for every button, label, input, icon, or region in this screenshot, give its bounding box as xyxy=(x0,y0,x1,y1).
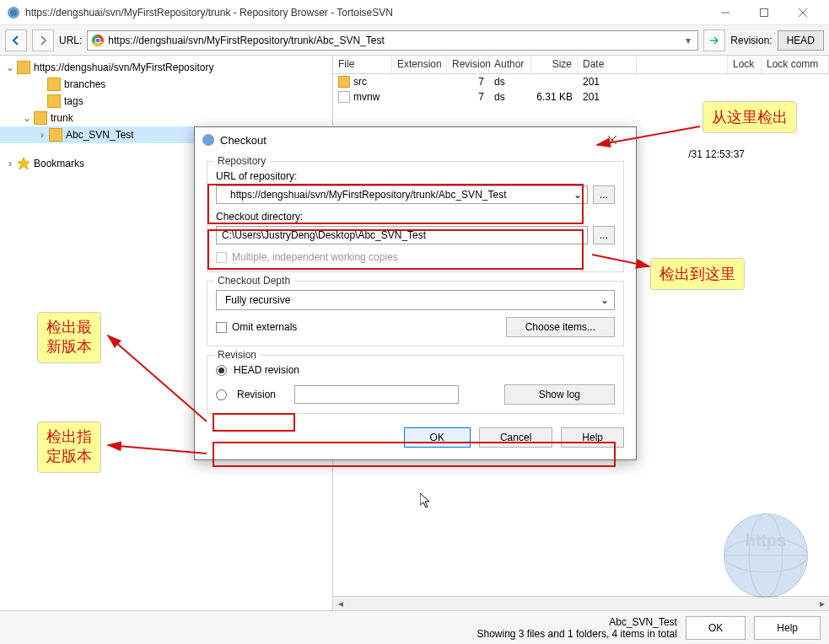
cursor-icon xyxy=(420,493,433,510)
repo-url-input[interactable]: https://dengshuai/svn/MyFirstRepository/… xyxy=(216,185,588,204)
url-label: URL: xyxy=(59,35,82,46)
url-input-field[interactable] xyxy=(108,35,682,46)
folder-icon xyxy=(34,111,47,125)
checkout-dialog: Checkout Repository URL of repository: h… xyxy=(194,126,637,460)
chevron-down-icon[interactable]: ⌄ xyxy=(3,62,17,73)
dropdown-icon[interactable]: ⌄ xyxy=(573,189,582,201)
chrome-icon xyxy=(91,34,105,47)
col-lock-comment[interactable]: Lock comm xyxy=(762,56,829,73)
col-revision[interactable]: Revision xyxy=(447,56,489,73)
url-of-repo-label: URL of repository: xyxy=(216,170,615,182)
tree-label: https://dengshuai/svn/MyFirstRepository xyxy=(34,62,213,73)
scroll-right-icon[interactable]: ▸ xyxy=(815,597,829,611)
svg-text:https: https xyxy=(746,531,786,550)
depth-select[interactable]: Fully recursive ⌄ xyxy=(216,290,615,310)
chevron-down-icon[interactable]: ⌄ xyxy=(20,112,34,124)
ok-button[interactable]: OK xyxy=(404,427,471,448)
tree-node-branches[interactable]: branches xyxy=(0,76,332,93)
statusbar-ok-button[interactable]: OK xyxy=(686,616,746,640)
go-button[interactable] xyxy=(703,30,725,51)
window-titlebar: https://dengshuai/svn/MyFirstRepository/… xyxy=(0,0,829,25)
head-revision-label: HEAD revision xyxy=(234,364,299,376)
group-label: Checkout Depth xyxy=(214,275,293,287)
svg-point-8 xyxy=(95,38,100,43)
omit-externals-checkbox[interactable] xyxy=(216,322,227,333)
folder-icon xyxy=(338,76,350,88)
checkout-depth-group: Checkout Depth Fully recursive ⌄ Omit ex… xyxy=(207,281,624,346)
annotation: 检出到这里 xyxy=(650,258,745,290)
dialog-title: Checkout xyxy=(220,134,595,147)
revision-number-input[interactable] xyxy=(294,385,459,404)
repository-group: Repository URL of repository: https://de… xyxy=(207,161,624,272)
https-globe-watermark: https xyxy=(719,509,812,602)
tree-label: branches xyxy=(64,78,105,90)
revision-radio-label: Revision xyxy=(237,389,284,400)
statusbar-help-button[interactable]: Help xyxy=(754,616,821,640)
group-label: Revision xyxy=(214,349,260,361)
group-label: Repository xyxy=(214,155,269,167)
scroll-left-icon[interactable]: ◂ xyxy=(333,597,347,611)
omit-externals-label: Omit externals xyxy=(232,321,297,333)
annotation: 检出指定版本 xyxy=(37,421,101,473)
col-author[interactable]: Author xyxy=(489,56,531,73)
close-button[interactable] xyxy=(783,0,822,25)
minimize-button[interactable] xyxy=(706,0,745,25)
status-text: Abc_SVN_Test Showing 3 files and 1 folde… xyxy=(8,616,677,640)
dialog-titlebar: Checkout xyxy=(195,127,636,153)
tree-label: trunk xyxy=(51,112,73,124)
tree-label: Abc_SVN_Test xyxy=(66,129,134,141)
svg-point-14 xyxy=(202,134,214,146)
folder-icon xyxy=(47,78,61,91)
url-dropdown-icon[interactable]: ▾ xyxy=(682,35,694,46)
back-button[interactable] xyxy=(5,30,27,51)
show-log-button[interactable]: Show log xyxy=(504,384,615,405)
revision-label: Revision: xyxy=(730,35,772,46)
help-button[interactable]: Help xyxy=(561,427,624,448)
partial-date: /31 12:53:37 xyxy=(688,148,745,160)
revision-radio[interactable] xyxy=(216,389,227,400)
cancel-button[interactable]: Cancel xyxy=(479,427,552,448)
statusbar: Abc_SVN_Test Showing 3 files and 1 folde… xyxy=(0,610,829,644)
chevron-right-icon[interactable]: › xyxy=(3,158,17,169)
folder-icon xyxy=(49,128,62,142)
col-date[interactable]: Date xyxy=(578,56,637,73)
list-row[interactable]: src 7 ds 201 xyxy=(333,74,829,89)
multiple-copies-label: Multiple, independent working copies xyxy=(232,251,398,263)
tree-node-trunk[interactable]: ⌄ trunk xyxy=(0,110,332,126)
tree-root[interactable]: ⌄ https://dengshuai/svn/MyFirstRepositor… xyxy=(0,59,332,76)
choose-items-button[interactable]: Choose items... xyxy=(506,317,615,337)
folder-icon xyxy=(47,94,61,108)
file-icon xyxy=(338,91,350,103)
browse-dir-button[interactable]: ... xyxy=(593,226,615,244)
toolbar: URL: ▾ Revision: HEAD xyxy=(0,25,829,56)
col-file[interactable]: File xyxy=(333,56,392,73)
chevron-right-icon[interactable]: › xyxy=(35,129,49,141)
svg-rect-3 xyxy=(761,8,768,16)
url-input[interactable]: ▾ xyxy=(87,30,698,51)
list-header: File Extension Revision Author Size Date… xyxy=(333,56,829,74)
revision-button[interactable]: HEAD xyxy=(778,30,824,51)
revision-group: Revision HEAD revision Revision Show log xyxy=(207,355,624,414)
dialog-close-button[interactable] xyxy=(595,127,629,153)
dropdown-icon[interactable]: ⌄ xyxy=(600,294,609,306)
head-revision-radio[interactable] xyxy=(216,365,227,376)
tortoisesvn-icon xyxy=(7,6,20,19)
window-title: https://dengshuai/svn/MyFirstRepository/… xyxy=(25,7,706,19)
svg-point-1 xyxy=(10,9,17,16)
checkout-dir-input[interactable]: C:\Users\JustryDeng\Desktop\Abc_SVN_Test xyxy=(216,226,588,244)
file-name: src xyxy=(353,76,367,88)
annotation: 检出最新版本 xyxy=(37,312,101,363)
tree-node-tags[interactable]: tags xyxy=(0,93,332,110)
file-name: mvnw xyxy=(353,91,380,103)
forward-button[interactable] xyxy=(32,30,54,51)
checkout-dir-label: Checkout directory: xyxy=(216,211,615,223)
col-size[interactable]: Size xyxy=(531,56,578,73)
tortoisesvn-icon xyxy=(202,133,215,147)
col-lock[interactable]: Lock xyxy=(728,56,762,73)
maximize-button[interactable] xyxy=(745,0,783,25)
multiple-copies-checkbox xyxy=(216,252,227,263)
browse-repo-button[interactable]: ... xyxy=(593,185,615,204)
tree-label: Bookmarks xyxy=(34,158,84,169)
folder-icon xyxy=(17,61,30,74)
col-extension[interactable]: Extension xyxy=(392,56,447,73)
